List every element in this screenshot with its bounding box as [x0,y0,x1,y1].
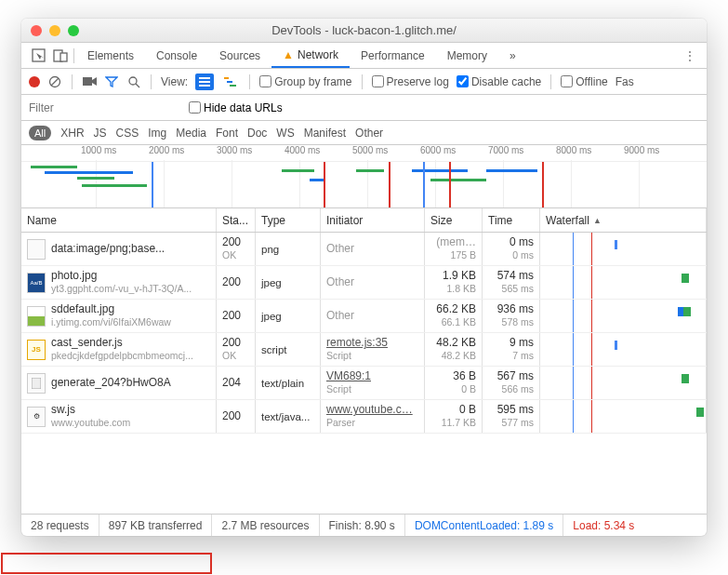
header-time[interactable]: Time [483,208,540,232]
tab-memory[interactable]: Memory [436,43,498,68]
request-rows: data:image/png;base...200OKpngOther(mem…… [21,233,707,514]
svg-rect-12 [227,81,232,83]
svg-rect-8 [199,77,210,79]
clear-icon[interactable] [47,74,62,89]
filter-img[interactable]: Img [148,127,166,140]
preserve-log-check[interactable]: Preserve log [372,75,449,88]
hide-data-urls-check[interactable]: Hide data URLs [189,101,283,114]
filter-xhr[interactable]: XHR [60,127,84,140]
svg-rect-5 [83,77,92,86]
table-row[interactable]: Aa/Bphoto.jpgyt3.ggpht.com/-vu_v-hJT-3Q/… [21,266,707,300]
filter-css[interactable]: CSS [116,127,139,140]
table-row[interactable]: data:image/png;base...200OKpngOther(mem…… [21,233,707,266]
status-transferred: 897 KB transferred [99,515,213,536]
inspect-icon[interactable] [27,45,49,67]
header-name[interactable]: Name [21,208,217,232]
tab-more[interactable]: » [498,43,527,68]
svg-rect-10 [199,85,210,87]
type-filter-bar: All XHR JS CSS Img Media Font Doc WS Man… [21,121,707,145]
header-initiator[interactable]: Initiator [321,208,425,232]
table-row[interactable]: sddefault.jpgi.ytimg.com/vi/6IfaiXM6waw2… [21,300,707,333]
filter-font[interactable]: Font [216,127,238,140]
filter-doc[interactable]: Doc [247,127,267,140]
status-load: Load: 5.34 s [563,515,643,536]
status-dcl: DOMContentLoaded: 1.89 s [405,515,563,536]
header-status[interactable]: Sta... [217,208,256,232]
tab-console[interactable]: Console [145,43,208,68]
network-toolbar: View: Group by frame Preserve log Disabl… [21,69,707,95]
main-tabs: Elements Console Sources ▲Network Perfor… [21,43,707,69]
filter-media[interactable]: Media [176,127,206,140]
disable-cache-check[interactable]: Disable cache [457,75,541,88]
view-waterfall-button[interactable] [221,74,240,90]
table-row[interactable]: generate_204?bHwO8A204text/plainVM689:1S… [21,367,707,400]
status-bar: 28 requests 897 KB transferred 2.7 MB re… [21,514,707,536]
filter-bar: Hide data URLs [21,95,707,121]
filter-icon[interactable] [104,74,119,89]
table-headers: Name Sta... Type Initiator Size Time Wat… [21,208,707,233]
window-title: DevTools - luck-bacon-1.glitch.me/ [21,23,707,37]
header-waterfall[interactable]: Waterfall▲ [540,208,707,232]
filter-input[interactable] [29,101,178,114]
timeline-overview[interactable]: 1000 ms 2000 ms 3000 ms 4000 ms 5000 ms … [21,145,707,208]
device-toggle-icon[interactable] [49,45,72,67]
offline-check[interactable]: Offline [561,75,607,88]
filter-ws[interactable]: WS [276,127,294,140]
view-list-button[interactable] [195,74,214,90]
table-row[interactable]: JScast_sender.jspkedcjkdefgpdelpbcmbmeom… [21,333,707,367]
titlebar: DevTools - luck-bacon-1.glitch.me/ [21,19,707,43]
status-finish: Finish: 8.90 s [320,515,405,536]
status-resources: 2.7 MB resources [212,515,319,536]
tab-elements[interactable]: Elements [76,43,145,68]
tab-performance[interactable]: Performance [350,43,436,68]
status-requests: 28 requests [21,515,99,536]
devtools-window: DevTools - luck-bacon-1.glitch.me/ Eleme… [21,19,707,536]
tab-sources[interactable]: Sources [208,43,271,68]
svg-line-4 [51,78,59,86]
group-by-frame-check[interactable]: Group by frame [259,75,351,88]
view-label: View: [161,75,188,88]
svg-line-7 [136,84,139,87]
header-size[interactable]: Size [425,208,483,232]
filter-other[interactable]: Other [355,127,383,140]
menu-icon[interactable]: ⋮ [679,45,701,67]
record-button[interactable] [29,76,40,87]
search-icon[interactable] [126,74,141,89]
filter-js[interactable]: JS [94,127,107,140]
svg-rect-2 [60,53,67,61]
svg-rect-9 [199,81,210,83]
table-row[interactable]: ⚙sw.jswww.youtube.com200text/java...www.… [21,400,707,434]
header-type[interactable]: Type [256,208,321,232]
svg-rect-14 [32,378,41,389]
tab-network[interactable]: ▲Network [271,43,350,68]
throttling-label[interactable]: Fas [615,75,634,88]
filter-all[interactable]: All [29,126,51,140]
filter-manifest[interactable]: Manifest [304,127,346,140]
camera-icon[interactable] [82,74,97,89]
svg-point-6 [129,77,137,85]
svg-rect-13 [230,85,236,87]
svg-rect-11 [224,77,229,79]
